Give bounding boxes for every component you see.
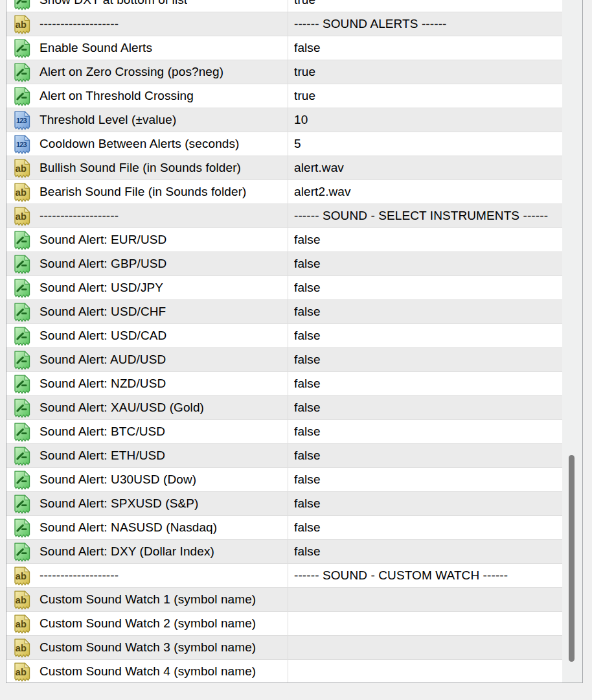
param-value-cell[interactable]: true [288,0,562,12]
param-value-cell[interactable]: ------ SOUND ALERTS ------ [288,12,562,36]
param-name-cell: Sound Alert: USD/CAD [6,324,288,347]
param-name-cell: Sound Alert: SPXUSD (S&P) [6,492,288,515]
param-row[interactable]: 123 Cooldown Between Alerts (seconds)5 [6,132,562,156]
param-value-label: false [294,472,321,487]
param-value-cell[interactable]: false [288,372,562,395]
param-value-cell[interactable]: alert2.wav [288,180,562,204]
param-name-label: Cooldown Between Alerts (seconds) [40,137,240,151]
param-value-cell[interactable]: true [288,84,562,108]
param-name-label: Custom Sound Watch 4 (symbol name) [40,664,256,679]
param-row[interactable]: Alert on Threshold Crossingtrue [6,84,562,108]
scrollbar-track[interactable] [562,0,582,682]
param-row[interactable]: Sound Alert: USD/JPYfalse [6,276,562,300]
param-value-cell[interactable]: false [288,420,562,443]
param-row[interactable]: Sound Alert: U30USD (Dow)false [6,468,562,492]
param-value-cell[interactable] [288,588,562,611]
param-value-label: false [294,401,321,415]
param-value-cell[interactable]: false [288,276,562,299]
param-row[interactable]: ab Bullish Sound File (in Sounds folder)… [6,156,562,180]
svg-text:123: 123 [16,140,27,148]
param-row[interactable]: ab Custom Sound Watch 2 (symbol name) [6,612,562,636]
param-name-cell: ab Custom Sound Watch 2 (symbol name) [6,612,288,635]
param-row[interactable]: ab Custom Sound Watch 4 (symbol name) [6,660,562,683]
inputs-parameter-list: Show DXY at bottom of listtrue ab ------… [6,0,583,683]
param-row[interactable]: Sound Alert: GBP/USDfalse [6,252,562,276]
param-name-label: Sound Alert: NASUSD (Nasdaq) [40,520,217,535]
svg-text:ab: ab [16,211,27,221]
param-row[interactable]: ab Bearish Sound File (in Sounds folder)… [6,180,562,204]
text-param-icon: ab [12,159,31,178]
param-row[interactable]: Sound Alert: NZD/USDfalse [6,372,562,396]
param-row[interactable]: Show DXY at bottom of listtrue [6,0,562,12]
text-param-icon: ab [12,566,31,586]
param-row[interactable]: Sound Alert: DXY (Dollar Index)false [6,540,562,564]
number-param-icon: 123 [12,135,31,154]
param-row[interactable]: ab ------------------------- SOUND ALERT… [6,12,562,36]
param-row[interactable]: ab ------------------------- SOUND - SEL… [6,204,562,228]
param-row[interactable]: Sound Alert: AUD/USDfalse [6,348,562,372]
param-name-label: Sound Alert: XAU/USD (Gold) [40,401,204,415]
param-value-label: alert.wav [294,161,344,175]
param-value-cell[interactable]: ------ SOUND - CUSTOM WATCH ------ [288,564,562,587]
param-row[interactable]: Sound Alert: EUR/USDfalse [6,228,562,252]
param-value-label: false [294,329,321,343]
param-row[interactable]: Sound Alert: USD/CHFfalse [6,300,562,324]
param-row[interactable]: ab Custom Sound Watch 3 (symbol name) [6,636,562,660]
param-row[interactable]: Enable Sound Alertsfalse [6,36,562,60]
param-row[interactable]: Sound Alert: SPXUSD (S&P)false [6,492,562,516]
param-name-label: Custom Sound Watch 2 (symbol name) [40,616,256,631]
svg-text:ab: ab [16,187,27,197]
param-value-label: true [294,89,315,103]
param-value-cell[interactable]: false [288,468,562,491]
text-param-icon: ab [12,614,31,634]
param-value-cell[interactable]: false [288,300,562,323]
svg-text:ab: ab [16,19,27,29]
param-value-label: 10 [294,113,308,127]
param-value-cell[interactable] [288,612,562,635]
param-name-label: ------------------- [40,568,119,583]
param-value-cell[interactable]: true [288,60,562,84]
param-row[interactable]: Sound Alert: ETH/USDfalse [6,444,562,468]
param-name-cell: Alert on Threshold Crossing [6,84,288,108]
bool-param-icon [12,399,31,418]
param-row[interactable]: 123 Threshold Level (±value)10 [6,108,562,132]
param-value-cell[interactable]: false [288,348,562,371]
param-value-cell[interactable]: false [288,396,562,419]
param-row[interactable]: ab Custom Sound Watch 1 (symbol name) [6,588,562,612]
param-name-label: Bearish Sound File (in Sounds folder) [40,185,246,199]
param-value-cell[interactable]: alert.wav [288,156,562,180]
text-param-icon: ab [12,207,31,226]
param-row[interactable]: Sound Alert: NASUSD (Nasdaq)false [6,516,562,540]
param-row[interactable]: Sound Alert: BTC/USDfalse [6,420,562,444]
scrollbar-thumb[interactable] [569,455,575,662]
param-name-cell: 123 Threshold Level (±value) [6,108,288,132]
svg-text:ab: ab [16,594,27,605]
param-row[interactable]: Alert on Zero Crossing (pos?neg)true [6,60,562,84]
param-value-cell[interactable]: 10 [288,108,562,132]
param-value-cell[interactable]: false [288,444,562,467]
param-value-cell[interactable] [288,636,562,659]
param-value-cell[interactable]: ------ SOUND - SELECT INSTRUMENTS ------ [288,204,562,228]
param-value-cell[interactable]: false [288,516,562,539]
param-row[interactable]: ab ------------------------- SOUND - CUS… [6,564,562,588]
param-value-label: false [294,449,321,463]
param-value-cell[interactable]: false [288,36,562,60]
param-value-label: false [294,544,321,559]
param-name-cell: Alert on Zero Crossing (pos?neg) [6,60,288,84]
param-name-cell: Show DXY at bottom of list [6,0,288,12]
param-value-cell[interactable]: false [288,228,562,251]
bool-param-icon [12,471,31,490]
param-name-label: Sound Alert: ETH/USD [40,449,165,463]
param-value-cell[interactable]: 5 [288,132,562,156]
param-value-cell[interactable] [288,660,562,683]
param-value-cell[interactable]: false [288,540,562,563]
param-value-cell[interactable]: false [288,324,562,347]
param-name-cell: 123 Cooldown Between Alerts (seconds) [6,132,288,156]
param-row[interactable]: Sound Alert: USD/CADfalse [6,324,562,348]
param-row[interactable]: Sound Alert: XAU/USD (Gold)false [6,396,562,420]
param-value-cell[interactable]: false [288,492,562,515]
param-value-label: false [294,425,321,439]
param-value-cell[interactable]: false [288,252,562,275]
bool-param-icon [12,255,31,274]
param-value-label: alert2.wav [294,185,351,199]
